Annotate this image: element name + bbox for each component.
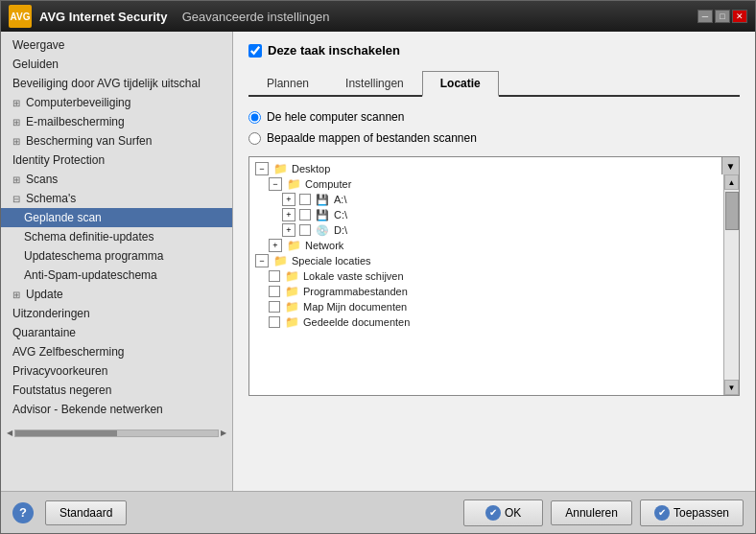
tab-instellingen[interactable]: Instellingen: [327, 71, 422, 95]
apply-button[interactable]: ✔ Toepassen: [640, 499, 744, 526]
tree-node-network[interactable]: + 📁 Network: [253, 238, 720, 253]
minimize-button[interactable]: ─: [697, 10, 713, 23]
sidebar-item-advisor[interactable]: Advisor - Bekende netwerken: [1, 400, 232, 419]
sidebar-item-beveiliging[interactable]: Beveiliging door AVG tijdelijk uitschal: [1, 74, 232, 93]
tree-check-mijn-doc[interactable]: [269, 301, 280, 313]
tree-check-cdrive[interactable]: [299, 209, 311, 221]
tree-node-cdrive[interactable]: + 💾 C:\: [253, 207, 720, 222]
tree-expand-ddrive[interactable]: +: [282, 223, 295, 237]
sidebar-item-weergave[interactable]: Weergave: [1, 35, 232, 55]
tree-dropdown-button[interactable]: ▼: [721, 157, 739, 174]
apply-label: Toepassen: [673, 506, 729, 520]
sidebar-item-geluiden[interactable]: Geluiden: [1, 55, 232, 74]
expand-icon: ⊟: [12, 194, 20, 204]
tree-scroll-down-arrow[interactable]: ▼: [724, 380, 739, 395]
standard-button[interactable]: Standaard: [45, 500, 127, 525]
titlebar: AVG AVG Internet Security Geavanceerde i…: [1, 1, 755, 32]
sidebar-item-anti-spam[interactable]: Anti-Spam-updateschema: [1, 266, 232, 285]
tree-expand-computer[interactable]: −: [269, 177, 282, 191]
tree-expand-network[interactable]: +: [269, 239, 282, 252]
sidebar-label: Weergave: [12, 38, 64, 52]
sidebar-item-emailbescherming[interactable]: ⊞ E-mailbescherming: [1, 112, 232, 131]
tree-inner: − 📁 Desktop − 📁 Computer +: [249, 157, 739, 334]
tree-vertical-scrollbar[interactable]: ▲ ▼: [723, 174, 739, 395]
radio-bepaalde-mappen[interactable]: [248, 132, 261, 145]
sidebar-item-geplande-scan[interactable]: Geplande scan: [1, 208, 232, 227]
sidebar-item-computerbeveiliging[interactable]: ⊞ Computerbeveiliging: [1, 93, 232, 112]
sidebar-item-uitzonderingen[interactable]: Uitzonderingen: [1, 304, 232, 323]
scroll-right-arrow[interactable]: ▶: [219, 429, 228, 437]
tree-expand-cdrive[interactable]: +: [282, 208, 295, 221]
sidebar-label: Uitzonderingen: [12, 307, 90, 320]
sidebar-item-surfen[interactable]: ⊞ Bescherming van Surfen: [1, 131, 232, 151]
sidebar-item-quarantaine[interactable]: Quarantaine: [1, 323, 232, 342]
sidebar-item-scans[interactable]: ⊞ Scans: [1, 170, 232, 189]
sidebar-label: Bescherming van Surfen: [26, 134, 152, 148]
tab-plannen[interactable]: Plannen: [248, 71, 327, 95]
tree-scroll-thumb: [725, 192, 739, 230]
apply-icon: ✔: [654, 505, 670, 521]
ok-button[interactable]: ✔ OK: [463, 499, 543, 526]
scroll-left-arrow[interactable]: ◀: [5, 429, 14, 437]
tree-check-adrive[interactable]: [299, 194, 311, 205]
sidebar-label: Updateschema programma: [24, 249, 163, 263]
sidebar-label: Foutstatus negeren: [12, 383, 111, 397]
tree-node-adrive[interactable]: + 💾 A:\: [253, 192, 720, 207]
tree-check-lokale[interactable]: [269, 270, 280, 282]
tree-label-gedeeld: Gedeelde documenten: [303, 316, 410, 328]
drive-icon: 💾: [315, 193, 330, 206]
location-tree[interactable]: ▼ − 📁 Desktop − 📁 Computer: [248, 156, 740, 396]
sidebar-label: Scans: [26, 173, 58, 186]
enable-task-checkbox[interactable]: [248, 44, 262, 58]
tree-scroll-up-arrow[interactable]: ▲: [724, 174, 739, 190]
sidebar-item-foutstatus[interactable]: Foutstatus negeren: [1, 381, 232, 400]
tree-label-desktop: Desktop: [292, 163, 330, 174]
tab-locatie[interactable]: Locatie: [422, 71, 499, 97]
expand-icon: ⊞: [12, 98, 20, 108]
footer-left: ? Standaard: [12, 500, 456, 525]
sidebar-item-zelfbescherming[interactable]: AVG Zelfbescherming: [1, 342, 232, 361]
radio-hele-computer[interactable]: [248, 111, 261, 124]
sidebar-scroll-thumb: [15, 430, 117, 436]
sidebar-item-privacyvoorkeuren[interactable]: Privacyvoorkeuren: [1, 361, 232, 381]
sidebar-item-schema-definitie[interactable]: Schema definitie-updates: [1, 227, 232, 246]
tree-scroll-track[interactable]: [724, 190, 739, 380]
sidebar-item-schemas[interactable]: ⊟ Schema's: [1, 189, 232, 208]
close-button[interactable]: ✕: [732, 10, 747, 23]
cancel-button[interactable]: Annuleren: [551, 500, 632, 525]
tree-node-programma[interactable]: 📁 Programmabestanden: [253, 284, 720, 299]
sidebar-item-update[interactable]: ⊞ Update: [1, 285, 232, 304]
sidebar-item-identity[interactable]: Identity Protection: [1, 151, 232, 170]
tree-check-programma[interactable]: [269, 286, 280, 297]
ok-icon: ✔: [485, 505, 501, 521]
tree-expand-desktop[interactable]: −: [255, 162, 269, 175]
tree-expand-adrive[interactable]: +: [282, 193, 295, 206]
help-button[interactable]: ?: [12, 502, 34, 523]
sidebar-item-updateschema[interactable]: Updateschema programma: [1, 246, 232, 266]
content-area: Deze taak inschakelen Plannen Instelling…: [233, 32, 755, 491]
tree-node-ddrive[interactable]: + 💿 D:\: [253, 222, 720, 238]
sidebar-scroll-track[interactable]: [14, 430, 219, 437]
tree-node-lokale[interactable]: 📁 Lokale vaste schijven: [253, 268, 720, 284]
sidebar-label: Quarantaine: [12, 326, 76, 339]
tree-check-gedeeld[interactable]: [269, 316, 280, 328]
sidebar-scrollbar-container: ◀ ▶: [1, 427, 232, 439]
tree-node-mijn-doc[interactable]: 📁 Map Mijn documenten: [253, 299, 720, 314]
folder-icon: 📁: [272, 162, 288, 175]
tree-node-desktop[interactable]: − 📁 Desktop: [253, 161, 720, 176]
sidebar-label: Update: [26, 288, 63, 301]
sidebar-label: AVG Zelfbescherming: [12, 345, 125, 359]
tree-node-gedeeld[interactable]: 📁 Gedeelde documenten: [253, 314, 720, 330]
sidebar-label: Schema definitie-updates: [24, 230, 154, 244]
tree-label-lokale: Lokale vaste schijven: [303, 270, 404, 282]
tree-expand-speciale[interactable]: −: [255, 254, 269, 267]
tree-check-ddrive[interactable]: [299, 224, 311, 236]
folder-icon: 📁: [284, 285, 299, 298]
radio-hele-computer-label: De hele computer scannen: [267, 110, 404, 124]
restore-button[interactable]: □: [715, 10, 730, 23]
folder-icon: 📁: [286, 239, 301, 252]
tree-node-computer[interactable]: − 📁 Computer: [253, 176, 720, 192]
sidebar-label: Computerbeveiliging: [26, 96, 130, 109]
tree-node-speciale[interactable]: − 📁 Speciale locaties: [253, 253, 720, 268]
sidebar-label: E-mailbescherming: [26, 115, 125, 128]
